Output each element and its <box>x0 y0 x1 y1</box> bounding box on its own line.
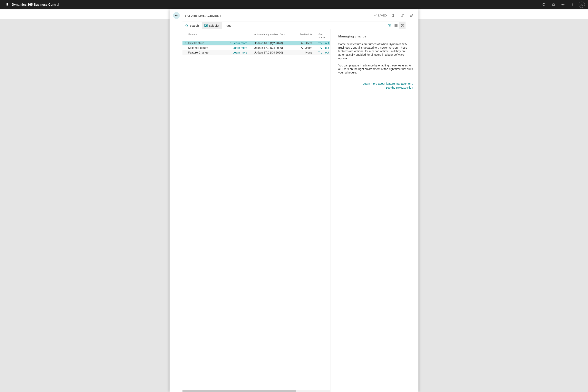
svg-rect-6 <box>5 6 5 6</box>
cell-enabled-for[interactable]: None <box>294 51 312 54</box>
notifications-button[interactable] <box>549 0 558 10</box>
svg-rect-7 <box>6 6 6 6</box>
column-separator <box>233 30 233 35</box>
list-icon <box>394 24 398 27</box>
col-header-get[interactable]: Get started <box>312 33 328 39</box>
svg-rect-4 <box>6 4 6 5</box>
list-view-button[interactable] <box>393 22 399 29</box>
svg-point-11 <box>562 4 563 5</box>
info-pane-button[interactable] <box>399 22 406 29</box>
cell-auto-enabled: Update 17.0 (Q4 2020) <box>254 51 294 54</box>
cell-enabled-for[interactable]: All Users <box>294 46 312 50</box>
svg-rect-1 <box>6 3 6 4</box>
svg-rect-2 <box>7 3 8 4</box>
search-icon <box>185 24 188 27</box>
back-button[interactable] <box>173 12 180 19</box>
collapse-icon <box>410 14 413 17</box>
horizontal-scrollbar[interactable] <box>182 390 330 392</box>
svg-point-27 <box>395 24 395 25</box>
arrow-right-icon <box>184 42 187 44</box>
action-toolbar: Search Edit List Page <box>182 22 406 30</box>
table-row[interactable]: First FeatureLearn moreUpdate 16.0 (Q2 2… <box>182 41 330 46</box>
factbox-links: Learn more about feature management. See… <box>338 82 413 89</box>
bookmark-icon <box>391 14 394 17</box>
page-header: FEATURE MANAGEMENT SAVED <box>170 10 418 22</box>
scrollbar-thumb[interactable] <box>182 390 296 392</box>
feature-name: Feature Change <box>188 51 208 54</box>
page-card: FEATURE MANAGEMENT SAVED <box>170 10 418 392</box>
svg-rect-3 <box>5 4 5 5</box>
edit-list-label: Edit List <box>209 24 219 27</box>
cell-enabled-for[interactable]: All Users <box>294 42 312 45</box>
arrow-left-icon <box>175 14 178 17</box>
factbox-para-1: Some new features are turned off when Dy… <box>338 42 413 60</box>
grid-header: Feature Automatically enabled from Enabl… <box>182 30 330 41</box>
svg-point-9 <box>543 3 545 6</box>
factbox-pane: Managing change Some new features are tu… <box>330 30 418 392</box>
svg-point-29 <box>395 26 395 27</box>
user-initials: JD <box>580 4 583 6</box>
question-icon <box>570 3 574 6</box>
svg-point-18 <box>186 24 188 26</box>
global-search-button[interactable] <box>540 0 549 10</box>
svg-line-16 <box>410 16 412 17</box>
factbox-title: Managing change <box>338 34 413 38</box>
row-actions-button[interactable] <box>228 42 233 44</box>
learn-more-link[interactable]: Learn more <box>233 46 254 50</box>
col-header-enabled[interactable]: Enabled for <box>295 33 312 39</box>
filter-icon <box>388 24 392 27</box>
user-avatar[interactable]: JD <box>578 2 585 8</box>
svg-rect-0 <box>5 3 5 4</box>
cell-auto-enabled: Update 17.0 (Q4 2020) <box>254 46 294 50</box>
search-label: Search <box>190 24 199 27</box>
release-plan-link[interactable]: See the Release Plan <box>338 86 413 89</box>
app-title: Dynamics 365 Business Central <box>12 3 59 6</box>
svg-point-34 <box>230 42 230 42</box>
filter-button[interactable] <box>387 22 393 29</box>
try-it-out-link[interactable]: Try it out <box>312 51 329 54</box>
grid-rows: First FeatureLearn moreUpdate 16.0 (Q2 2… <box>182 41 330 55</box>
svg-point-28 <box>395 25 395 26</box>
collapse-button[interactable] <box>408 12 415 19</box>
svg-point-12 <box>572 6 572 6</box>
info-icon <box>401 24 404 27</box>
cell-auto-enabled: Update 16.0 (Q2 2020) <box>254 42 294 45</box>
cell-feature[interactable]: Feature Change <box>182 51 227 54</box>
learn-more-link[interactable]: Learn more <box>233 42 254 45</box>
page-title: FEATURE MANAGEMENT <box>182 14 222 17</box>
cell-feature[interactable]: Second Feature <box>182 46 227 50</box>
check-icon <box>374 14 377 17</box>
table-row[interactable]: Feature ChangeLearn moreUpdate 17.0 (Q4 … <box>182 50 330 55</box>
page-action[interactable]: Page <box>222 22 234 29</box>
app-launcher-button[interactable] <box>2 0 11 10</box>
popout-button[interactable] <box>399 12 406 19</box>
try-it-out-link[interactable]: Try it out <box>312 46 329 50</box>
feature-name: First Feature <box>188 42 204 45</box>
bookmark-button[interactable] <box>390 12 396 19</box>
svg-line-17 <box>412 14 413 15</box>
feature-name: Second Feature <box>188 46 208 50</box>
edit-list-action[interactable]: Edit List <box>202 22 222 29</box>
feature-grid: Feature Automatically enabled from Enabl… <box>182 30 330 392</box>
table-row[interactable]: Second FeatureLearn moreUpdate 17.0 (Q4 … <box>182 46 330 50</box>
try-it-out-link[interactable]: Try it out <box>312 42 329 45</box>
saved-label: SAVED <box>378 14 387 17</box>
svg-point-35 <box>230 43 230 43</box>
more-vertical-icon <box>229 42 232 44</box>
search-action[interactable]: Search <box>182 22 202 29</box>
cell-feature[interactable]: First Feature <box>182 42 227 45</box>
svg-rect-8 <box>7 6 8 6</box>
learn-more-link[interactable]: Learn more about feature management. <box>338 82 413 85</box>
row-border <box>227 46 228 50</box>
waffle-icon <box>5 3 8 6</box>
svg-marker-23 <box>388 24 391 27</box>
col-header-auto[interactable]: Automatically enabled from <box>254 33 295 39</box>
col-header-feature[interactable]: Feature <box>182 33 241 39</box>
learn-more-link[interactable]: Learn more <box>233 51 254 54</box>
saved-indicator: SAVED <box>374 14 387 17</box>
svg-point-36 <box>230 44 230 44</box>
page-body: Feature Automatically enabled from Enabl… <box>182 30 418 392</box>
svg-line-10 <box>545 5 546 6</box>
help-button[interactable] <box>568 0 577 10</box>
settings-button[interactable] <box>558 0 568 10</box>
